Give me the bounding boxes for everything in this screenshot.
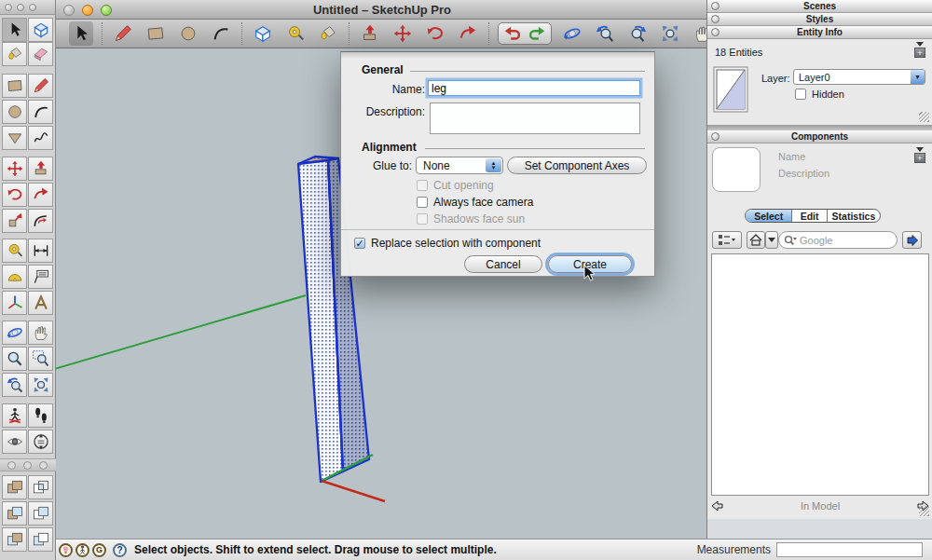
freehand-tool-cell[interactable] [28,126,53,150]
make-component-cell[interactable] [28,18,53,42]
palette-close-button[interactable] [5,4,12,11]
line-tool-cell[interactable] [28,74,53,98]
home-dropdown-button[interactable] [765,231,778,249]
panel-resize-grip[interactable] [919,506,929,516]
previous-view-cell[interactable] [2,373,27,397]
orbit-tool-button[interactable] [560,21,584,46]
text-tool-cell[interactable] [28,265,53,289]
section-plane-cell[interactable] [28,430,53,454]
components-panel-header[interactable]: Components [707,130,932,143]
panel-knob-icon[interactable] [711,15,720,23]
tip-light-icon[interactable] [59,543,73,557]
make-component-button[interactable] [251,21,275,46]
arc-tool-cell[interactable] [28,100,53,124]
panel-resize-grip[interactable] [919,112,929,122]
panel-knob-icon[interactable] [711,28,720,36]
paint-bucket-button[interactable] [316,21,340,46]
tab-statistics[interactable]: Statistics [827,210,880,222]
union-cell[interactable] [2,501,27,526]
protractor-cell[interactable] [2,265,27,289]
push-pull-button[interactable] [358,21,382,46]
entity-detail-toggle[interactable]: + [913,42,926,58]
eraser-cell[interactable] [28,42,53,66]
set-component-axes-button[interactable]: Set Component Axes [507,157,647,174]
palette-minimize-button[interactable] [23,461,32,470]
walk-tool-cell[interactable] [28,403,53,428]
panel-knob-icon[interactable] [711,2,720,10]
styles-panel-header[interactable]: Styles [707,13,932,26]
measurements-input[interactable] [776,542,923,557]
cancel-button[interactable]: Cancel [464,255,542,273]
palette-close-button[interactable] [7,461,16,470]
secondary-pane-button[interactable] [902,231,922,249]
position-camera-cell[interactable] [2,403,27,428]
rectangle-tool-cell[interactable] [2,74,27,98]
rotate-tool-button[interactable] [423,21,447,46]
palette-zoom-button[interactable] [29,4,36,11]
scenes-panel-header[interactable]: Scenes [707,0,932,13]
follow-me-cell[interactable] [28,183,53,207]
undo-button[interactable] [500,21,525,46]
tape-measure-cell[interactable] [2,239,27,263]
entity-info-panel-header[interactable]: Entity Info [707,26,932,39]
nav-back-icon[interactable] [711,500,723,512]
scale-tool-cell[interactable] [2,209,27,233]
panel-knob-icon[interactable] [711,132,720,141]
always-face-camera-checkbox[interactable] [417,197,428,208]
offset-tool-cell[interactable] [28,209,53,233]
rectangle-tool-button[interactable] [144,21,168,46]
pan-tool-cell[interactable] [28,321,53,345]
move-tool-button[interactable] [391,21,415,46]
solid-palette-titlebar[interactable] [0,458,56,471]
intersect-cell[interactable] [28,475,53,499]
instructor-icon[interactable] [75,543,89,557]
components-list[interactable] [711,253,929,496]
zoom-extents-cell[interactable] [28,373,53,397]
trim-cell[interactable] [2,527,27,552]
replace-selection-checkbox[interactable]: ✓ [354,238,365,249]
home-button[interactable] [747,231,765,249]
palette-titlebar[interactable] [0,0,55,15]
glue-to-dropdown[interactable]: None ▲▼ [416,157,503,174]
look-around-cell[interactable] [2,430,27,454]
circle-tool-cell[interactable] [2,100,27,124]
axes-tool-cell[interactable] [2,291,27,315]
components-search-field[interactable]: Google [778,231,898,249]
subtract-cell[interactable] [28,501,53,526]
rotate-tool-cell[interactable] [2,183,27,207]
redo-button[interactable] [525,21,549,46]
tape-measure-button[interactable] [283,21,308,46]
push-pull-cell[interactable] [28,157,53,181]
polygon-tool-cell[interactable] [2,126,27,150]
tab-edit[interactable]: Edit [791,210,826,222]
zoom-extents-button[interactable] [658,21,682,46]
outer-shell-cell[interactable] [2,475,27,499]
select-tool-button[interactable] [69,21,93,46]
view-options-button[interactable] [712,231,742,249]
select-tool-cell[interactable] [2,18,27,42]
layer-dropdown[interactable]: Layer0 ▼ [793,69,925,85]
move-tool-cell[interactable] [2,157,27,181]
help-button[interactable]: ? [113,543,127,557]
paint-bucket-cell[interactable] [2,42,27,66]
palette-zoom-button[interactable] [39,461,48,470]
previous-view-button[interactable] [593,21,617,46]
orbit-tool-cell[interactable] [2,321,27,345]
dimension-tool-cell[interactable] [28,239,53,263]
circle-tool-button[interactable] [176,21,200,46]
split-cell[interactable] [28,527,53,552]
component-description-input[interactable] [430,102,640,134]
arc-tool-button[interactable] [209,21,233,46]
zoom-window-cell[interactable] [28,347,53,371]
line-tool-button[interactable] [111,21,135,46]
zoom-tool-cell[interactable] [2,347,27,371]
palette-minimize-button[interactable] [17,4,24,11]
next-view-button[interactable] [625,21,650,46]
follow-me-button[interactable] [456,21,480,46]
3d-text-cell[interactable] [28,291,53,315]
component-name-input[interactable] [428,80,640,96]
hidden-checkbox[interactable] [795,89,806,100]
tab-select[interactable]: Select [746,210,791,222]
components-detail-toggle[interactable]: + [913,147,926,163]
google-badge[interactable]: G [92,543,106,557]
